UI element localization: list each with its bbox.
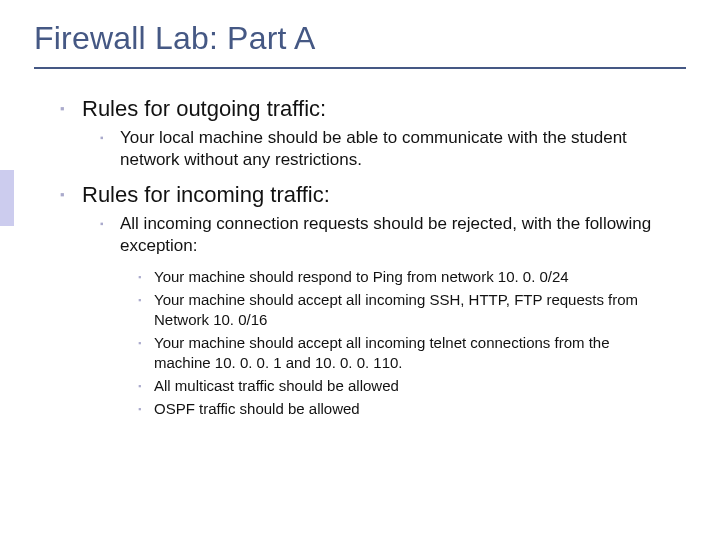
- l2-text: Your local machine should be able to com…: [120, 127, 670, 171]
- list-item: ▪ Your machine should respond to Ping fr…: [138, 267, 670, 287]
- l1-text: Rules for incoming traffic:: [82, 181, 330, 209]
- list-item: ▪ Your machine should accept all incomin…: [138, 290, 670, 330]
- slide-title: Firewall Lab: Part A: [34, 20, 720, 57]
- bullet-icon: ▪: [138, 267, 154, 287]
- bullet-icon: ▪: [100, 127, 120, 171]
- list-item: ▪ All multicast traffic should be allowe…: [138, 376, 670, 396]
- list-item: ▪ Rules for incoming traffic:: [60, 181, 670, 209]
- list-item: ▪ Your local machine should be able to c…: [100, 127, 670, 171]
- bullet-icon: ▪: [138, 333, 154, 373]
- list-item: ▪ Your machine should accept all incomin…: [138, 333, 670, 373]
- side-accent: [0, 170, 14, 226]
- l1-text: Rules for outgoing traffic:: [82, 95, 326, 123]
- title-block: Firewall Lab: Part A: [0, 0, 720, 57]
- bullet-icon: ▪: [60, 95, 82, 123]
- bullet-icon: ▪: [138, 399, 154, 419]
- l3-text: OSPF traffic should be allowed: [154, 399, 360, 419]
- slide-body: ▪ Rules for outgoing traffic: ▪ Your loc…: [0, 69, 720, 419]
- l3-text: Your machine should respond to Ping from…: [154, 267, 569, 287]
- l2-text: All incoming connection requests should …: [120, 213, 670, 257]
- l3-text: Your machine should accept all incoming …: [154, 333, 670, 373]
- list-item: ▪ OSPF traffic should be allowed: [138, 399, 670, 419]
- slide: Firewall Lab: Part A ▪ Rules for outgoin…: [0, 0, 720, 540]
- bullet-icon: ▪: [100, 213, 120, 257]
- list-item: ▪ Rules for outgoing traffic:: [60, 95, 670, 123]
- bullet-icon: ▪: [138, 290, 154, 330]
- list-item: ▪ All incoming connection requests shoul…: [100, 213, 670, 257]
- bullet-icon: ▪: [60, 181, 82, 209]
- bullet-icon: ▪: [138, 376, 154, 396]
- l3-text: All multicast traffic should be allowed: [154, 376, 399, 396]
- l3-text: Your machine should accept all incoming …: [154, 290, 670, 330]
